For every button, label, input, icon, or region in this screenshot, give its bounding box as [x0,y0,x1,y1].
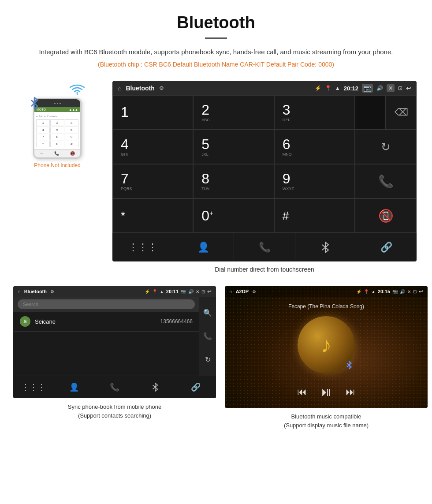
page-header: Bluetooth Integrated with BC6 Bluetooth … [0,0,432,77]
pb-search-input-display[interactable]: Search [18,299,195,309]
car-bottom-contacts-btn[interactable]: 👤 [173,233,234,261]
car-right-panel: ⌫ ↻ 📞 📵 [355,95,417,233]
pb-bottom-keypad[interactable]: ⋮⋮⋮ [13,376,54,398]
pb-bottom-phone[interactable]: 📞 [94,376,135,398]
car-refresh-btn[interactable]: ↻ [355,130,417,164]
car-bottom-phone-btn[interactable]: 📞 [234,233,295,261]
car-key-4[interactable]: 4 GHI [112,130,193,164]
music-next-btn[interactable]: ⏭ [346,386,355,398]
music-camera-icon[interactable]: 📷 [392,289,398,294]
music-caption-line2: (Support display music file name) [284,421,369,430]
car-usb-icon: ⚙ [159,85,164,91]
car-keypad-section: 1 2 ABC 3 DEF [112,95,417,233]
music-gps-icon: 📍 [364,289,369,294]
music-vol-icon[interactable]: 🔊 [400,289,405,294]
car-camera-icon[interactable]: 📷 [362,84,373,93]
music-play-pause-btn[interactable]: ⏯ [320,385,332,399]
music-home-icon[interactable]: ⌂ [229,289,232,294]
car-backspace-btn[interactable]: ⌫ [386,95,417,130]
car-keypad-row-1: 1 2 ABC 3 DEF [112,95,355,130]
car-key-9[interactable]: 9 WXYZ [274,164,355,198]
music-win-icon[interactable]: ⊡ [413,289,417,294]
car-key-hash[interactable]: # [274,198,355,233]
pb-win-icon[interactable]: ⊡ [201,289,205,294]
phone-top-dots [54,103,61,104]
music-prev-btn[interactable]: ⏮ [297,386,307,398]
pb-search-right-icon[interactable]: 🔍 [203,309,212,317]
car-bottom-link-btn[interactable]: 🔗 [356,233,417,261]
car-window-icon[interactable]: ⊡ [398,85,402,91]
car-key-1[interactable]: 1 [112,95,193,130]
car-key-0[interactable]: 0+ [193,198,274,233]
dot-2 [57,103,58,104]
pb-close-icon[interactable]: ✕ [196,289,199,294]
phone-call-btn: 📞 [54,151,59,156]
car-call-btn[interactable]: 📞 [355,164,417,198]
car-status-bar: ⌂ Bluetooth ⚙ ⚡ 📍 ▲ 20:12 📷 🔊 ✕ ⊡ ↩ [112,81,417,95]
music-bt-badge [346,361,353,371]
phonebook-screenshot-item: ⌂ Bluetooth ⚙ ⚡ 📍 ▲ 20:11 📷 🔊 ✕ ⊡ ↩ [13,286,216,429]
pb-bottom-link[interactable]: 🔗 [175,376,216,398]
pb-contact-number: 13566664466 [160,318,193,325]
pb-status-right: ⚡ 📍 ▲ 20:11 📷 🔊 ✕ ⊡ ↩ [145,288,212,295]
car-status-right: ⚡ 📍 ▲ 20:12 📷 🔊 ✕ ⊡ ↩ [315,84,411,93]
car-key-2[interactable]: 2 ABC [193,95,274,130]
car-back-icon[interactable]: ↩ [406,85,411,92]
car-status-left: ⌂ Bluetooth ⚙ [118,85,164,92]
car-gps-icon: 📍 [325,85,331,91]
pb-camera-icon[interactable]: 📷 [181,289,186,294]
car-hangup-btn[interactable]: 📵 [355,198,417,233]
phone-back-btn: ← [40,151,44,156]
pb-bottom-contacts-active[interactable]: 👤 [54,376,94,398]
pb-usb-icon: ⚙ [50,289,54,294]
pb-phone-right-icon[interactable]: 📞 [203,332,212,340]
car-key-8[interactable]: 8 TUV [193,164,274,198]
music-back-icon[interactable]: ↩ [419,288,423,295]
phonebook-caption: Sync phone-book from mobile phone (Suppo… [68,403,161,420]
pb-empty-space [13,332,199,376]
music-bt-icon: ⚡ [356,289,361,294]
phone-key-9: 9 [65,134,78,140]
car-key-3[interactable]: 3 DEF [274,95,355,130]
pb-right-icons-col: 🔍 📞 ↻ [199,297,216,376]
phone-key-8: 8 [50,134,64,140]
pb-bottom-bt[interactable] [135,376,175,398]
page-title: Bluetooth [26,13,406,32]
car-key-7[interactable]: 7 PQRS [112,164,193,198]
phone-body: MOTO ▲▲▲ Add to Contacts 1 2 3 4 5 6 7 8… [33,98,82,159]
pb-vol-icon[interactable]: 🔊 [188,289,194,294]
music-close-icon[interactable]: ✕ [407,289,411,294]
pb-title: Bluetooth [24,289,47,294]
car-hangup-icon: 📵 [378,209,394,223]
phone-key-0: 0 [50,141,64,147]
car-backspace-icon: ⌫ [395,107,408,118]
car-home-icon[interactable]: ⌂ [118,85,121,92]
car-keypad-row-3: 7 PQRS 8 TUV 9 WXYZ [112,164,355,198]
phonebook-caption-line1: Sync phone-book from mobile phone [68,403,161,411]
car-bottom-bt-btn[interactable] [295,233,356,261]
pb-bottom-bar: ⋮⋮⋮ 👤 📞 🔗 [13,376,216,398]
car-keypad-grid-icon: ⋮⋮⋮ [128,242,157,253]
car-link-icon: 🔗 [380,242,392,253]
car-volume-icon[interactable]: 🔊 [376,85,383,91]
pb-home-icon[interactable]: ⌂ [18,289,21,294]
car-bottom-keypad-btn[interactable]: ⋮⋮⋮ [112,233,173,261]
car-close-icon[interactable]: ✕ [387,84,395,92]
pb-status-bar: ⌂ Bluetooth ⚙ ⚡ 📍 ▲ 20:11 📷 🔊 ✕ ⊡ ↩ [13,286,216,297]
car-keypad-left: 1 2 ABC 3 DEF [112,95,355,233]
pb-link-icon: 🔗 [191,382,201,392]
pb-main-area: Search S Seicane 13566664466 [13,297,199,376]
pb-back-icon[interactable]: ↩ [207,288,212,295]
car-key-6[interactable]: 6 MNO [274,130,355,164]
music-screenshot-item: ⌂ A2DP ⚙ ⚡ 📍 ▲ 20:15 📷 🔊 ✕ ⊡ ↩ [225,286,428,429]
music-note-icon: ♪ [321,332,332,358]
bottom-screenshots-section: ⌂ Bluetooth ⚙ ⚡ 📍 ▲ 20:11 📷 🔊 ✕ ⊡ ↩ [0,277,432,438]
phonebook-caption-line2: (Support contacts searching) [68,411,161,420]
car-key-star[interactable]: * [112,198,193,233]
pb-time: 20:11 [166,289,179,294]
phone-mockup-container: MOTO ▲▲▲ Add to Contacts 1 2 3 4 5 6 7 8… [13,81,101,168]
car-key-5[interactable]: 5 JKL [193,130,274,164]
music-content: ⌂ A2DP ⚙ ⚡ 📍 ▲ 20:15 📷 🔊 ✕ ⊡ ↩ [225,286,428,408]
phone-notification-bar: MOTO ▲▲▲ [34,107,80,112]
pb-refresh-right-icon[interactable]: ↻ [205,355,211,364]
